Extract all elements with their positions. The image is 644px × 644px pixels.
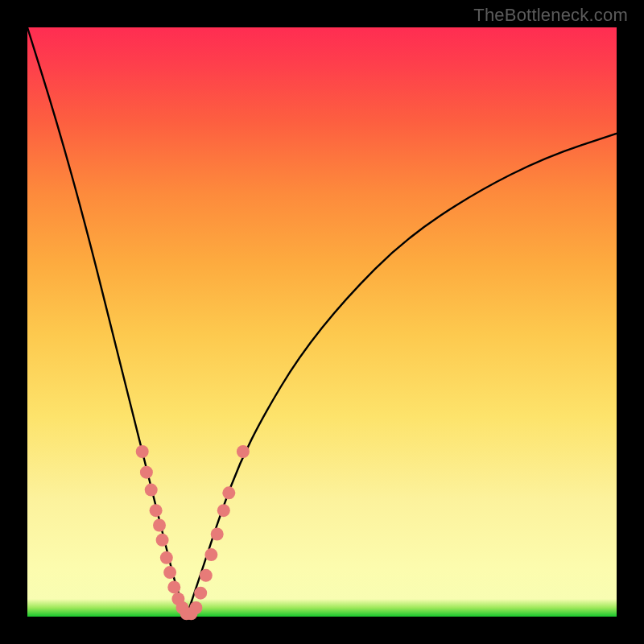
marker-dot [156,534,169,547]
marker-dot [204,548,217,561]
curve-right-branch [187,134,617,617]
chart-frame: TheBottleneck.com [0,0,644,644]
watermark-text: TheBottleneck.com [473,5,628,26]
plot-area [27,27,617,617]
marker-dot [237,445,250,458]
marker-group [136,445,250,620]
marker-dot [222,486,235,499]
marker-dot [163,566,176,579]
marker-dot [167,580,180,593]
curve-group [27,27,617,617]
marker-dot [200,569,213,582]
marker-dot [145,484,158,497]
marker-dot [217,504,230,517]
marker-dot [160,551,173,564]
marker-dot [194,587,207,600]
marker-dot [136,445,149,458]
marker-dot [153,519,166,532]
marker-dot [150,504,163,517]
marker-dot [211,528,224,541]
chart-svg [27,27,617,617]
marker-dot [189,601,202,614]
marker-dot [140,466,153,479]
